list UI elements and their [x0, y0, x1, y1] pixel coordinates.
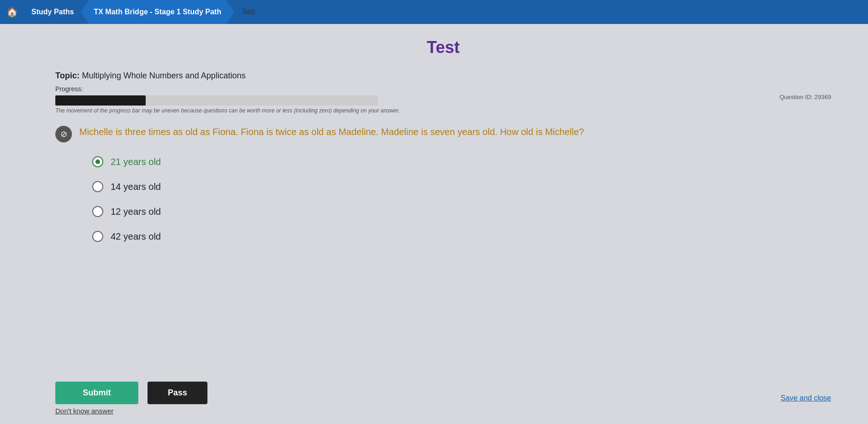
slash-icon: ⊘: [60, 129, 67, 139]
progress-bar-fill: [55, 95, 146, 106]
list-item[interactable]: 14 years old: [92, 181, 831, 192]
list-item[interactable]: 12 years old: [92, 206, 831, 217]
progress-bar-container: [55, 95, 378, 106]
radio-option-3[interactable]: [92, 206, 103, 217]
submit-button[interactable]: Submit: [55, 382, 138, 404]
dont-know-button[interactable]: Don't know answer: [55, 407, 113, 415]
page-title: Test: [55, 38, 831, 57]
bottom-row: Submit Pass: [55, 382, 207, 404]
topic-text: Multiplying Whole Numbers and Applicatio…: [82, 71, 246, 80]
question-id: Question ID: 29369: [779, 94, 831, 100]
radio-option-2[interactable]: [92, 181, 103, 192]
radio-option-1[interactable]: [92, 156, 103, 167]
bottom-bar: Submit Pass Don't know answer Save and c…: [0, 372, 868, 424]
save-close-button[interactable]: Save and close: [781, 394, 831, 402]
question-block: ⊘ Michelle is three times as old as Fion…: [55, 125, 831, 142]
options-list: 21 years old 14 years old 12 years old 4…: [92, 156, 831, 242]
progress-label: Progress:: [55, 85, 831, 93]
home-icon: 🏠: [6, 6, 18, 18]
option-label-3: 12 years old: [111, 206, 161, 217]
topic-label: Topic:: [55, 71, 80, 80]
pass-button[interactable]: Pass: [148, 382, 207, 404]
bottom-buttons-left: Submit Pass Don't know answer: [55, 382, 207, 415]
option-label-2: 14 years old: [111, 182, 161, 192]
radio-inner-1: [95, 159, 100, 164]
list-item[interactable]: 21 years old: [92, 156, 831, 167]
breadcrumb-study-paths[interactable]: Study Paths: [24, 0, 83, 24]
option-label-4: 42 years old: [111, 231, 161, 242]
question-icon: ⊘: [55, 126, 72, 142]
radio-option-4[interactable]: [92, 231, 103, 242]
progress-note: The movement of the progress bar may be …: [55, 107, 831, 114]
topic-line: Topic: Multiplying Whole Numbers and App…: [55, 71, 831, 81]
option-label-1: 21 years old: [111, 157, 161, 167]
breadcrumb-test: Test: [234, 0, 262, 24]
home-button[interactable]: 🏠: [0, 0, 24, 24]
main-content: Test Topic: Multiplying Whole Numbers an…: [0, 24, 868, 293]
breadcrumb: 🏠 Study Paths TX Math Bridge - Stage 1 S…: [0, 0, 868, 24]
question-text: Michelle is three times as old as Fiona.…: [79, 125, 831, 139]
breadcrumb-tx-math[interactable]: TX Math Bridge - Stage 1 Study Path: [81, 0, 234, 24]
list-item[interactable]: 42 years old: [92, 231, 831, 242]
